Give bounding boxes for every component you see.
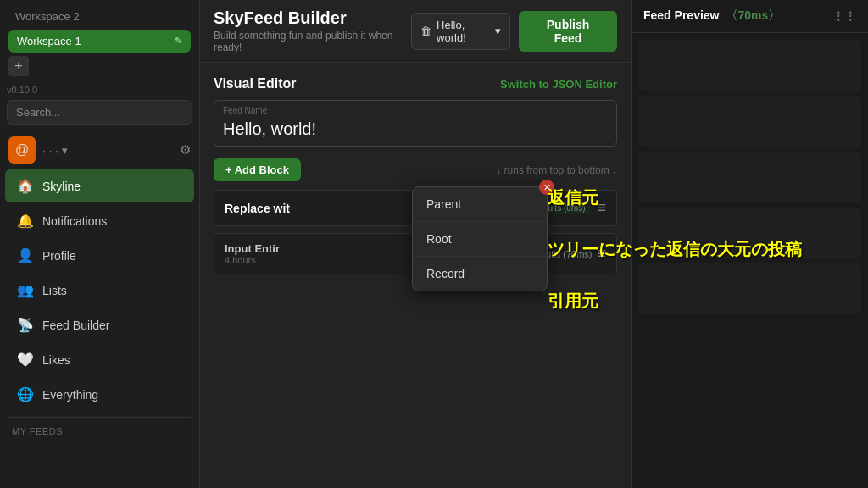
visual-editor-label: Visual Editor [214, 76, 297, 92]
sidebar-divider [8, 417, 191, 418]
sidebar-item-profile[interactable]: 👤 Profile [5, 239, 194, 272]
dropdown-menu: Parent Root Record [412, 186, 548, 291]
dropdown-item-root[interactable]: Root [413, 222, 547, 257]
sidebar-item-notifications[interactable]: 🔔 Notifications [5, 204, 194, 237]
avatar-dot2: · [49, 144, 53, 157]
people-icon: 👥 [17, 282, 34, 298]
sidebar-item-likes-label: Likes [42, 353, 70, 367]
preview-grid-icon: ⋮⋮ [832, 9, 856, 23]
preview-title: Feed Preview 〈70ms〉 [643, 8, 780, 24]
dropdown-item-parent[interactable]: Parent [413, 187, 547, 222]
preview-header: Feed Preview 〈70ms〉 ⋮⋮ [632, 0, 868, 33]
header-subtitle: Build something fun and publish it when … [214, 30, 411, 53]
input-block-label: Input Entir [225, 242, 280, 255]
sidebar-item-feed-builder[interactable]: 📡 Feed Builder [5, 308, 194, 341]
my-feeds-label: My Feeds [0, 423, 199, 440]
sidebar: Workspace 2 Workspace 1 ✎ + v0.10.0 Sear… [0, 0, 200, 488]
sidebar-item-skyline-label: Skyline [42, 180, 81, 193]
dropdown-item-record[interactable]: Record [413, 257, 547, 291]
header-right: 🗑 Hello, world! ▾ Publish Feed [411, 11, 617, 52]
feed-name-label: Hello, world! [437, 19, 490, 44]
avatar-chevron[interactable]: ▾ [62, 144, 68, 157]
globe-icon: 🌐 [17, 386, 34, 402]
replace-block-label: Replace wit [225, 202, 290, 215]
avatar-row: @ · · · ▾ ⚙ [0, 131, 199, 169]
sidebar-item-likes[interactable]: 🤍 Likes [5, 343, 194, 376]
sidebar-item-skyline[interactable]: 🏠 Skyline [5, 169, 194, 202]
sidebar-item-everything[interactable]: 🌐 Everything [5, 378, 194, 411]
chevron-down-icon: ▾ [495, 25, 501, 37]
sidebar-item-feed-builder-label: Feed Builder [42, 319, 109, 332]
feed-name-field: Feed Name [214, 100, 617, 147]
trash-icon[interactable]: 🗑 [420, 25, 431, 37]
feed-name-input[interactable] [223, 101, 608, 146]
sidebar-item-profile-label: Profile [42, 249, 76, 263]
preview-post-1 [638, 40, 861, 91]
root-label: Root [426, 232, 452, 246]
main-content: SkyFeed Builder Build something fun and … [200, 0, 631, 488]
input-block-left: Input Entir 4 hours [225, 242, 280, 265]
workspace-active[interactable]: Workspace 1 ✎ [8, 30, 191, 53]
runs-direction-label: ↓ runs from top to bottom ↓ [496, 164, 617, 176]
input-block-detail: 4 hours [225, 255, 280, 265]
feed-name-field-label: Feed Name [223, 106, 267, 115]
home-icon: 🏠 [17, 178, 34, 194]
annotation-root-text: ツリーになった返信の大元の投稿 [548, 238, 802, 261]
editor-section-header: Visual Editor Switch to JSON Editor [214, 76, 617, 92]
annotation-root: ツリーになった返信の大元の投稿 [548, 238, 802, 261]
sidebar-item-lists[interactable]: 👥 Lists [5, 274, 194, 307]
search-input[interactable]: Search... [7, 100, 192, 125]
header-left: SkyFeed Builder Build something fun and … [214, 8, 411, 53]
feed-icon: 📡 [17, 317, 34, 333]
bell-icon: 🔔 [17, 213, 34, 229]
dropdown-overlay: ✕ Parent Root Record [412, 186, 548, 291]
annotation-parent: 返信元 [548, 186, 802, 209]
add-workspace-button[interactable]: + [8, 56, 29, 76]
top-header: SkyFeed Builder Build something fun and … [200, 0, 631, 63]
version-label: v0.10.0 [0, 83, 199, 100]
workspace-active-label: Workspace 1 [17, 35, 81, 47]
sidebar-item-notifications-label: Notifications [42, 214, 107, 228]
edit-icon[interactable]: ✎ [175, 36, 182, 47]
annotation-record: 引用元 [548, 290, 802, 313]
add-block-bar: + Add Block ↓ runs from top to bottom ↓ [214, 158, 617, 181]
annotation-area: 返信元 ツリーになった返信の大元の投稿 引用元 [548, 186, 802, 313]
avatar-dot1: · [42, 144, 46, 157]
workspace-inactive[interactable]: Workspace 2 [8, 7, 191, 26]
avatar-dot3: · [55, 144, 58, 157]
avatar: @ [8, 136, 36, 164]
record-label: Record [426, 267, 465, 280]
annotation-record-text: 引用元 [548, 290, 598, 313]
person-icon: 👤 [17, 247, 34, 263]
parent-label: Parent [426, 197, 461, 211]
switch-to-json-button[interactable]: Switch to JSON Editor [500, 78, 617, 91]
avatar-icons: · · · ▾ [42, 144, 68, 157]
add-block-button[interactable]: + Add Block [214, 158, 301, 181]
heart-icon: 🤍 [17, 352, 34, 368]
publish-button[interactable]: Publish Feed [519, 11, 617, 52]
sidebar-item-everything-label: Everything [42, 388, 98, 402]
sidebar-item-lists-label: Lists [42, 284, 67, 297]
feed-selector-dropdown[interactable]: 🗑 Hello, world! ▾ [411, 13, 510, 50]
preview-post-2 [638, 96, 861, 147]
header-title: SkyFeed Builder [214, 8, 411, 28]
annotation-parent-text: 返信元 [548, 186, 598, 209]
settings-icon[interactable]: ⚙ [180, 142, 191, 158]
